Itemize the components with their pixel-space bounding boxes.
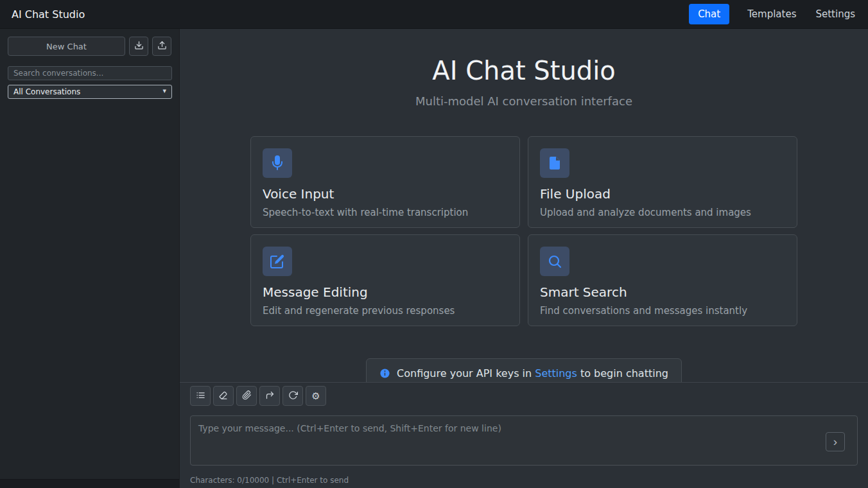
clear-button[interactable] [213,386,234,406]
app-window: AI Chat Studio Chat Templates Settings N… [0,0,868,488]
feature-title: Message Editing [263,284,508,300]
banner-text: Configure your API keys in Settings to b… [397,367,668,379]
api-key-banner: Configure your API keys in Settings to b… [366,358,682,382]
upload-icon [157,40,167,52]
nav-tab-settings[interactable]: Settings [814,4,856,24]
main-nav: Chat Templates Settings [689,4,856,24]
download-icon [134,40,144,52]
message-input-wrap: › [190,415,858,468]
settings-button[interactable]: ⚙ [306,386,326,406]
forward-icon [265,390,275,402]
feature-description: Edit and regenerate previous responses [263,305,508,317]
refresh-icon [288,390,298,402]
chat-main-area: AI Chat Studio Multi-model AI conversati… [180,29,868,488]
send-icon: › [833,435,837,448]
search-input[interactable] [8,66,172,80]
microphone-icon [263,148,292,178]
feature-card-voice-input: Voice Input Speech-to-text with real-tim… [250,136,520,228]
page-subtitle: Multi-model AI conversation interface [180,94,868,108]
feature-title: Voice Input [263,186,508,202]
composer-toolbar: ⚙ [190,386,858,406]
top-header: AI Chat Studio Chat Templates Settings [0,0,868,29]
eraser-icon [219,390,229,402]
welcome-screen: AI Chat Studio Multi-model AI conversati… [180,29,868,382]
list-icon [196,390,205,402]
file-icon [540,148,569,178]
feature-description: Find conversations and messages instantl… [540,305,785,317]
character-count-status: Characters: 0/10000 | Ctrl+Enter to send [190,476,858,485]
search-icon [540,247,569,276]
feature-title: Smart Search [540,284,785,300]
sidebar-actions: New Chat [0,29,179,56]
new-chat-button[interactable]: New Chat [8,37,125,56]
sidebar-footer [0,479,179,488]
conversation-filter: All Conversations ▾ [8,85,171,99]
nav-tab-chat[interactable]: Chat [689,4,729,24]
feature-card-message-editing: Message Editing Edit and regenerate prev… [250,234,520,326]
edit-icon [263,247,292,276]
send-button[interactable]: › [826,432,845,451]
feature-description: Speech-to-text with real-time transcript… [263,207,508,218]
message-composer: ⚙ › Characters: 0/10000 | Ctrl+Enter to … [180,382,868,488]
gear-icon: ⚙ [311,391,320,401]
page-title: AI Chat Studio [180,56,868,85]
import-button[interactable] [152,37,171,56]
nav-tab-templates[interactable]: Templates [746,4,797,24]
export-button[interactable] [129,37,148,56]
conversations-sidebar: New Chat All Conversations ▾ [0,29,180,488]
feature-card-file-upload: File Upload Upload and analyze documents… [528,136,797,228]
features-grid: Voice Input Speech-to-text with real-tim… [180,136,868,326]
feature-description: Upload and analyze documents and images [540,207,785,218]
message-input[interactable] [190,415,858,466]
banner-text-before: Configure your API keys in [397,367,532,379]
app-title: AI Chat Studio [12,8,85,21]
paperclip-icon [242,390,252,402]
list-button[interactable] [190,386,211,406]
info-icon [379,368,390,379]
banner-text-after: to begin chatting [580,367,668,379]
feature-card-smart-search: Smart Search Find conversations and mess… [528,234,797,326]
conversation-filter-select[interactable]: All Conversations [8,85,172,99]
feature-title: File Upload [540,186,785,202]
forward-button[interactable] [259,386,280,406]
regenerate-button[interactable] [282,386,303,406]
attach-button[interactable] [236,386,257,406]
settings-link[interactable]: Settings [535,367,577,379]
